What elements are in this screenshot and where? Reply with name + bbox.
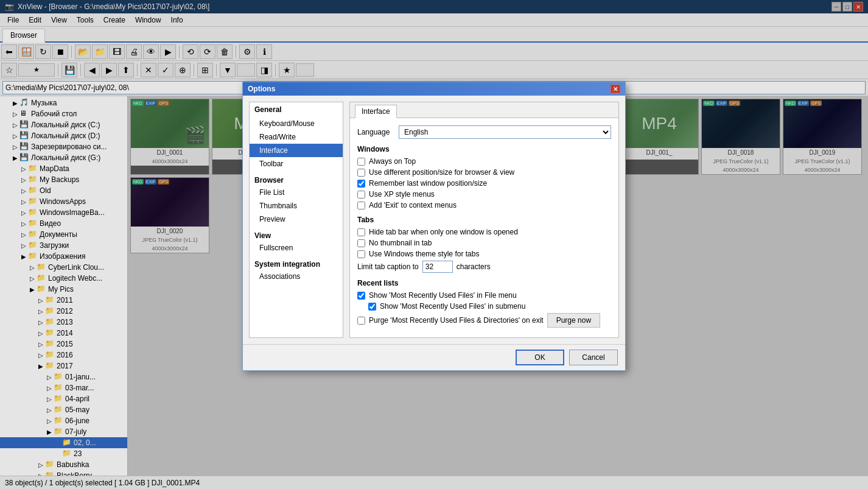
dialog-close-button[interactable]: ✕: [611, 85, 620, 93]
checkbox-mru-submenu: Show 'Most Recently Used Files' in subme…: [357, 302, 611, 311]
cb-label: Show 'Most Recently Used Files' in subme…: [380, 302, 525, 311]
cb-hide-tabbar[interactable]: [357, 228, 365, 236]
nav-section-view: View: [250, 228, 343, 241]
cb-mru-file[interactable]: [357, 292, 365, 300]
purge-now-button[interactable]: Purge now: [547, 313, 600, 328]
recent-section-header: Recent lists: [357, 279, 611, 287]
options-tab-bar: Interface: [350, 102, 618, 118]
dialog-overlay: Options ✕ General Keyboard/Mouse Read/Wr…: [0, 0, 868, 489]
cb-exit-context[interactable]: [357, 202, 365, 209]
cb-no-thumb-tab[interactable]: [357, 239, 365, 247]
checkbox-exit-context: Add 'Exit' to context menus: [357, 201, 611, 209]
cb-label: Hide tab bar when only one window is ope…: [369, 228, 518, 236]
nav-item-toolbar[interactable]: Toolbar: [250, 157, 343, 171]
limit-input[interactable]: [422, 261, 453, 273]
nav-item-readwrite[interactable]: Read/Write: [250, 130, 343, 144]
language-select[interactable]: English French German: [399, 125, 611, 139]
cb-label: Purge 'Most Recently Used Files & Direct…: [369, 316, 544, 325]
cb-label: Show 'Most Recently Used Files' in File …: [369, 291, 517, 300]
language-label: Language: [357, 128, 394, 136]
tabs-section-header: Tabs: [357, 216, 611, 224]
options-content-panel: Interface Language English French German: [349, 102, 619, 338]
cb-win-theme-tabs[interactable]: [357, 250, 365, 258]
cb-label: Use XP style menus: [369, 190, 435, 199]
nav-section-sysint: System integration: [250, 257, 343, 270]
windows-section-header: Windows: [357, 145, 611, 153]
limit-label: Limit tab caption to: [357, 262, 419, 271]
options-inner: Language English French German Windows A…: [350, 118, 618, 337]
checkbox-hide-tabbar: Hide tab bar when only one window is ope…: [357, 228, 611, 236]
language-row: Language English French German: [357, 125, 611, 139]
cb-remember-pos[interactable]: [357, 180, 365, 188]
checkbox-remember-pos: Remember last window position/size: [357, 179, 611, 188]
cb-label: Always on Top: [369, 157, 416, 166]
nav-section-browser: Browser: [250, 173, 343, 186]
options-dialog: Options ✕ General Keyboard/Mouse Read/Wr…: [242, 82, 626, 371]
limit-unit: characters: [457, 262, 491, 271]
checkbox-diff-pos: Use different position/size for browser …: [357, 168, 611, 177]
cb-label: Use different position/size for browser …: [369, 168, 514, 177]
dialog-title: Options: [248, 85, 275, 93]
cancel-button[interactable]: Cancel: [569, 350, 618, 365]
checkbox-mru-file: Show 'Most Recently Used Files' in File …: [357, 291, 611, 300]
checkbox-no-thumb-tab: No thumbnail in tab: [357, 239, 611, 247]
nav-item-filelist[interactable]: File List: [250, 186, 343, 199]
options-tab-interface[interactable]: Interface: [355, 105, 397, 118]
dialog-body: General Keyboard/Mouse Read/Write Interf…: [243, 96, 625, 344]
nav-section-general: General: [250, 102, 343, 117]
checkbox-purge-exit: Purge 'Most Recently Used Files & Direct…: [357, 313, 611, 328]
cb-always-on-top[interactable]: [357, 158, 365, 166]
dialog-footer: OK Cancel: [243, 344, 625, 370]
nav-item-thumbnails[interactable]: Thumbnails: [250, 199, 343, 213]
cb-mru-submenu[interactable]: [368, 303, 376, 311]
nav-item-keyboard[interactable]: Keyboard/Mouse: [250, 117, 343, 130]
cb-purge-exit[interactable]: [357, 317, 365, 325]
cb-xp-style[interactable]: [357, 191, 365, 199]
cb-label: No thumbnail in tab: [369, 239, 432, 247]
nav-item-interface[interactable]: Interface: [250, 144, 343, 157]
dialog-title-bar: Options ✕: [243, 82, 625, 96]
limit-row: Limit tab caption to characters: [357, 261, 611, 273]
checkbox-always-on-top: Always on Top: [357, 157, 611, 166]
options-nav-panel: General Keyboard/Mouse Read/Write Interf…: [249, 102, 343, 338]
checkbox-win-theme-tabs: Use Windows theme style for tabs: [357, 250, 611, 258]
checkbox-xp-style: Use XP style menus: [357, 190, 611, 199]
cb-label: Remember last window position/size: [369, 179, 487, 188]
ok-button[interactable]: OK: [516, 350, 564, 365]
nav-item-fullscreen[interactable]: Fullscreen: [250, 241, 343, 255]
cb-label: Use Windows theme style for tabs: [369, 250, 479, 258]
nav-item-associations[interactable]: Associations: [250, 270, 343, 283]
cb-diff-pos[interactable]: [357, 169, 365, 177]
nav-item-preview[interactable]: Preview: [250, 213, 343, 226]
cb-label: Add 'Exit' to context menus: [369, 201, 457, 209]
